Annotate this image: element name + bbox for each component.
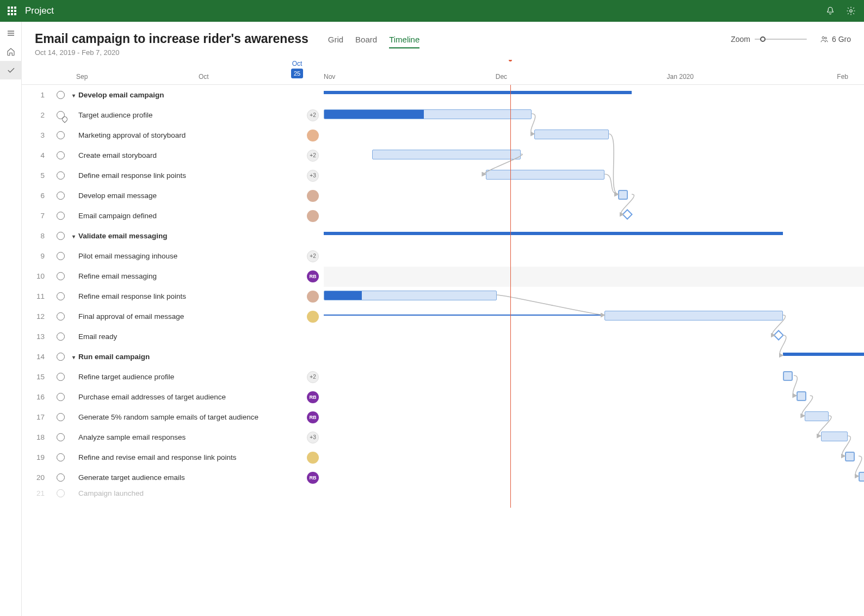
summary-bar[interactable] <box>324 91 632 94</box>
complete-toggle[interactable] <box>52 111 69 119</box>
task-name[interactable]: Target audience profile <box>69 111 302 119</box>
task-row[interactable]: 19Refine and revise email and response l… <box>22 447 324 467</box>
avatar[interactable] <box>307 311 319 323</box>
task-bar[interactable] <box>324 109 532 119</box>
task-bar[interactable] <box>534 130 609 139</box>
assignee-cell[interactable] <box>302 210 324 222</box>
complete-toggle[interactable] <box>52 332 69 341</box>
task-bar[interactable] <box>604 311 783 321</box>
task-row-summary[interactable]: 1▾Develop email campaign <box>22 85 324 105</box>
chevron-down-icon[interactable]: ▾ <box>71 233 76 239</box>
task-name[interactable]: Generate target audience emails <box>69 473 302 482</box>
complete-toggle[interactable] <box>52 131 69 139</box>
assignee-cell[interactable] <box>302 130 324 141</box>
task-row[interactable]: 3Marketing approval of storyboard <box>22 125 324 145</box>
task-name[interactable]: Define email response link points <box>69 171 302 180</box>
task-row[interactable]: 18Analyze sample email responses+3 <box>22 427 324 447</box>
chevron-down-icon[interactable]: ▾ <box>71 93 76 98</box>
group-button[interactable]: 6 Gro <box>820 32 851 44</box>
complete-toggle[interactable] <box>52 171 69 180</box>
complete-toggle[interactable] <box>52 232 69 240</box>
complete-toggle[interactable] <box>52 473 69 482</box>
complete-toggle[interactable] <box>52 489 69 497</box>
task-name[interactable]: ▾Validate email messaging <box>69 232 302 240</box>
avatar[interactable]: RB <box>307 472 319 484</box>
home-icon[interactable] <box>0 42 22 61</box>
tab-timeline[interactable]: Timeline <box>389 35 419 48</box>
avatar[interactable] <box>307 190 319 202</box>
task-name[interactable]: Marketing approval of storyboard <box>69 131 302 139</box>
task-row[interactable]: 16Purchase email addresses of target aud… <box>22 387 324 407</box>
tab-board[interactable]: Board <box>355 35 377 48</box>
task-row[interactable]: 20Generate target audience emailsRB <box>22 467 324 488</box>
task-name[interactable]: Pilot email messaging inhouse <box>69 252 302 260</box>
assignee-overflow-badge[interactable]: +3 <box>307 432 319 443</box>
assignee-cell[interactable]: RB <box>302 270 324 282</box>
task-row[interactable]: 6Develop email message <box>22 186 324 206</box>
task-name[interactable]: Analyze sample email responses <box>69 433 302 441</box>
assignee-cell[interactable] <box>302 311 324 323</box>
avatar[interactable]: RB <box>307 270 319 282</box>
assignee-overflow-badge[interactable]: +3 <box>307 170 319 182</box>
task-bar[interactable] <box>618 190 628 200</box>
complete-toggle[interactable] <box>52 192 69 200</box>
task-row-summary[interactable]: 14▾Run email campaign <box>22 347 324 367</box>
complete-toggle[interactable] <box>52 413 69 421</box>
task-bar[interactable] <box>486 170 604 180</box>
complete-toggle[interactable] <box>52 91 69 99</box>
avatar[interactable] <box>307 130 319 141</box>
task-bar[interactable] <box>372 150 521 159</box>
avatar[interactable]: RB <box>307 391 319 403</box>
task-row-summary[interactable]: 8▾Validate email messaging <box>22 226 324 246</box>
assignee-cell[interactable]: RB <box>302 391 324 403</box>
task-name[interactable]: Refine and revise email and response lin… <box>69 453 302 461</box>
task-row[interactable]: 17Generate 5% random sample emails of ta… <box>22 407 324 427</box>
settings-icon[interactable] <box>842 2 860 20</box>
complete-toggle[interactable] <box>52 373 69 381</box>
task-name[interactable]: Email campaign defined <box>69 212 302 220</box>
assignee-cell[interactable]: +3 <box>302 170 324 182</box>
task-name[interactable]: Develop email message <box>69 192 302 200</box>
assignee-cell[interactable]: +2 <box>302 250 324 262</box>
task-row[interactable]: 7Email campaign defined <box>22 206 324 226</box>
task-name[interactable]: Create email storyboard <box>69 151 302 159</box>
complete-toggle[interactable] <box>52 292 69 300</box>
task-name[interactable]: Refine email messaging <box>69 272 302 280</box>
task-row[interactable]: 5Define email response link points+3 <box>22 165 324 186</box>
task-bar[interactable] <box>805 411 829 421</box>
task-name[interactable]: Refine email response link points <box>69 292 302 300</box>
tab-grid[interactable]: Grid <box>328 35 343 48</box>
assignee-cell[interactable]: +3 <box>302 432 324 443</box>
avatar[interactable] <box>307 291 319 303</box>
zoom-slider[interactable] <box>755 36 807 42</box>
task-row[interactable]: 2Target audience profile+2 <box>22 105 324 125</box>
task-check-icon[interactable] <box>0 61 22 79</box>
task-row[interactable]: 13Email ready <box>22 327 324 347</box>
chevron-down-icon[interactable]: ▾ <box>71 354 76 360</box>
gantt-chart[interactable]: NovDecJan 2020Feb <box>324 60 864 616</box>
task-name[interactable]: ▾Develop email campaign <box>69 91 302 99</box>
task-row[interactable]: 9Pilot email messaging inhouse+2 <box>22 246 324 266</box>
complete-toggle[interactable] <box>52 353 69 361</box>
assignee-overflow-badge[interactable]: +2 <box>307 371 319 383</box>
notifications-icon[interactable] <box>822 2 839 20</box>
menu-icon[interactable] <box>0 24 22 42</box>
complete-toggle[interactable] <box>52 212 69 220</box>
task-row[interactable]: 12Final approval of email message <box>22 306 324 327</box>
task-name[interactable]: Generate 5% random sample emails of targ… <box>69 413 302 421</box>
assignee-cell[interactable]: +2 <box>302 109 324 121</box>
assignee-overflow-badge[interactable]: +2 <box>307 109 319 121</box>
task-bar[interactable] <box>797 391 806 401</box>
task-bar[interactable] <box>845 452 855 461</box>
task-bar[interactable] <box>859 472 864 482</box>
complete-toggle[interactable] <box>52 272 69 280</box>
task-bar[interactable] <box>324 291 497 300</box>
complete-toggle[interactable] <box>52 312 69 321</box>
app-launcher-icon[interactable] <box>4 3 20 19</box>
task-row[interactable]: 21Campaign launched <box>22 488 324 498</box>
task-name[interactable]: Campaign launched <box>69 489 302 497</box>
complete-toggle[interactable] <box>52 151 69 159</box>
assignee-cell[interactable]: +2 <box>302 150 324 162</box>
assignee-cell[interactable]: RB <box>302 411 324 423</box>
task-name[interactable]: Email ready <box>69 332 302 341</box>
